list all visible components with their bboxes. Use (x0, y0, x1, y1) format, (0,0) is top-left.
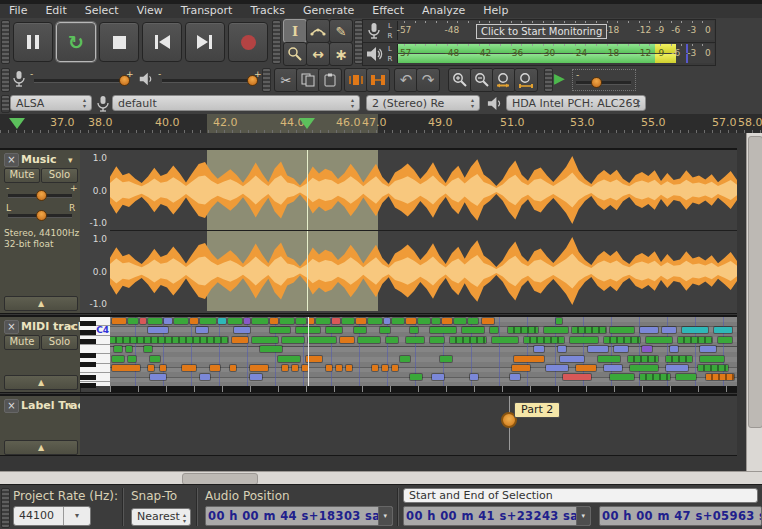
fit-project-button[interactable] (514, 68, 538, 92)
timeline-ruler[interactable]: 37.038.040.042.044.046.047.049.051.053.0… (0, 114, 762, 134)
selection-toolbar-grabber[interactable] (1, 488, 10, 528)
rec-meter-bar[interactable]: -57-48-42-36-30-24-18-12-9-6-30 Click to… (397, 21, 714, 40)
vertical-scale-ruler[interactable]: 1.0 0.0 -1.0 1.0 0.0 -1.0 (80, 150, 111, 313)
midi-track-panel[interactable]: × MIDI track ▾ Mute Solo ▲ (0, 317, 81, 392)
menu-view[interactable]: View (128, 4, 172, 18)
selection-mode-dropdown[interactable]: Start and End of Selection (403, 488, 758, 503)
stop-button[interactable] (99, 22, 139, 62)
playback-device-dropdown[interactable]: HDA Intel PCH: ALC269 ▴▾ (506, 95, 646, 111)
menu-generate[interactable]: Generate (294, 4, 363, 18)
selection-end-field[interactable]: 00 h 00 m 47 s+05963 samples (599, 506, 762, 526)
tracks-area[interactable]: × Music ▾ Mute Solo - + L R Stereo, 4410… (0, 133, 762, 471)
play-speed-slider[interactable]: - (572, 69, 636, 91)
redo-button[interactable]: ↷ (416, 68, 440, 92)
track-menu-icon[interactable]: ▾ (70, 322, 75, 332)
monitor-tooltip[interactable]: Click to Start Monitoring (476, 24, 607, 39)
pinned-playhead-button[interactable] (9, 118, 25, 129)
solo-button[interactable]: Solo (41, 335, 78, 350)
copy-button[interactable] (296, 68, 320, 92)
playback-meter[interactable]: LR -57-48-42-36-30-24-18-12-9-6-30 (362, 42, 716, 66)
label-track[interactable]: × Label Track ▾ ▲ Part 2 (0, 394, 737, 456)
draw-tool-button[interactable]: ✎ (329, 19, 353, 43)
waveform-right-channel[interactable] (110, 231, 737, 311)
close-track-button[interactable]: × (4, 153, 19, 167)
collapse-track-button[interactable]: ▲ (4, 296, 78, 311)
label-text[interactable]: Part 2 (514, 402, 560, 418)
midi-track-name[interactable]: MIDI track (21, 320, 85, 333)
audio-position-field[interactable]: 00 h 00 m 44 s+18303 samples ▾ (205, 506, 393, 526)
dropdown-arrow-icon[interactable]: ▾ (378, 507, 392, 525)
vertical-scrollbar[interactable] (746, 133, 762, 471)
silence-audio-button[interactable] (366, 68, 390, 92)
cut-button[interactable]: ✂ (274, 68, 298, 92)
edit-toolbar-grabber[interactable] (262, 68, 271, 92)
recording-device-dropdown[interactable]: default ▴▾ (112, 95, 360, 111)
midi-note-area[interactable] (110, 317, 737, 386)
recording-volume-slider[interactable] (34, 79, 126, 83)
track-menu-icon[interactable]: ▾ (68, 401, 73, 411)
project-rate-dropdown[interactable]: 44100 ▾ (13, 506, 91, 526)
play-meter-bar[interactable]: -57-48-42-36-30-24-18-12-9-6-30 (397, 44, 714, 63)
play-at-speed-button[interactable]: ▶ (554, 70, 565, 86)
label-track-panel[interactable]: × Label Track ▾ ▲ (0, 396, 81, 455)
vertical-scrollbar-thumb[interactable] (748, 136, 762, 428)
play-at-speed-grabber[interactable] (544, 68, 553, 92)
menu-edit[interactable]: Edit (36, 4, 75, 18)
record-button[interactable] (228, 22, 268, 62)
skip-to-end-button[interactable] (185, 22, 225, 62)
music-track[interactable]: × Music ▾ Mute Solo - + L R Stereo, 4410… (0, 148, 737, 314)
midi-track[interactable]: × MIDI track ▾ Mute Solo ▲ C4 (0, 315, 737, 393)
piano-keys[interactable]: C4 (80, 317, 111, 386)
waveform-left-channel[interactable] (110, 150, 737, 230)
pan-slider-thumb[interactable] (36, 210, 47, 221)
speed-slider-thumb[interactable] (591, 77, 602, 88)
device-toolbar-grabber[interactable] (1, 95, 10, 113)
label-track-content[interactable]: Part 2 (80, 396, 737, 455)
menu-transport[interactable]: Transport (172, 4, 242, 18)
fit-selection-button[interactable] (492, 68, 516, 92)
menu-analyze[interactable]: Analyze (413, 4, 474, 18)
collapse-track-button[interactable]: ▲ (4, 440, 78, 455)
selection-tool-button[interactable]: I (283, 19, 307, 43)
dropdown-arrow-icon[interactable]: ▾ (576, 507, 590, 525)
zoom-in-button[interactable] (448, 68, 472, 92)
loop-play-button[interactable]: ↻ (56, 22, 96, 62)
close-track-button[interactable]: × (4, 320, 19, 334)
music-track-panel[interactable]: × Music ▾ Mute Solo - + L R Stereo, 4410… (0, 150, 81, 313)
tools-toolbar-grabber[interactable] (272, 20, 281, 64)
horizontal-scrollbar[interactable] (0, 471, 762, 485)
menu-help[interactable]: Help (474, 4, 517, 18)
selection-start-field[interactable]: 00 h 00 m 41 s+23243 samples ▾ (403, 506, 591, 526)
menu-file[interactable]: File (0, 4, 36, 18)
collapse-track-button[interactable]: ▲ (4, 375, 78, 390)
music-track-name[interactable]: Music (21, 153, 57, 166)
audio-host-dropdown[interactable]: ALSA ▴▾ (10, 95, 92, 111)
zoom-out-button[interactable] (470, 68, 494, 92)
paste-button[interactable] (318, 68, 342, 92)
dropdown-arrow-icon[interactable]: ▾ (63, 507, 90, 525)
transport-toolbar-grabber[interactable] (1, 20, 10, 64)
close-track-button[interactable]: × (4, 399, 19, 413)
pause-button[interactable] (13, 22, 53, 62)
playback-volume-slider[interactable] (162, 79, 254, 83)
recording-meter[interactable]: LR -57-48-42-36-30-24-18-12-9-6-30 Click… (362, 19, 716, 43)
recording-volume-thumb[interactable] (119, 75, 130, 86)
mute-button[interactable]: Mute (4, 335, 40, 350)
menu-effect[interactable]: Effect (363, 4, 413, 18)
menu-tracks[interactable]: Tracks (241, 4, 294, 18)
solo-button[interactable]: Solo (41, 168, 78, 183)
playhead-marker[interactable] (299, 118, 315, 129)
playback-volume-thumb[interactable] (247, 75, 258, 86)
time-shift-tool-button[interactable]: ↔ (306, 42, 330, 66)
gain-slider-thumb[interactable] (36, 190, 47, 201)
spinner-icon[interactable]: ▴▾ (180, 512, 189, 524)
menu-select[interactable]: Select (76, 4, 128, 18)
multi-tool-button[interactable]: ∗ (329, 42, 353, 66)
undo-button[interactable]: ↶ (394, 68, 418, 92)
trim-audio-button[interactable] (344, 68, 368, 92)
recording-channels-dropdown[interactable]: 2 (Stereo) Re ▴▾ (366, 95, 480, 111)
snap-to-dropdown[interactable]: Nearest ▴▾ (131, 508, 191, 526)
envelope-tool-button[interactable] (306, 19, 330, 43)
mute-button[interactable]: Mute (4, 168, 40, 183)
mixer-toolbar-grabber[interactable] (1, 68, 10, 92)
